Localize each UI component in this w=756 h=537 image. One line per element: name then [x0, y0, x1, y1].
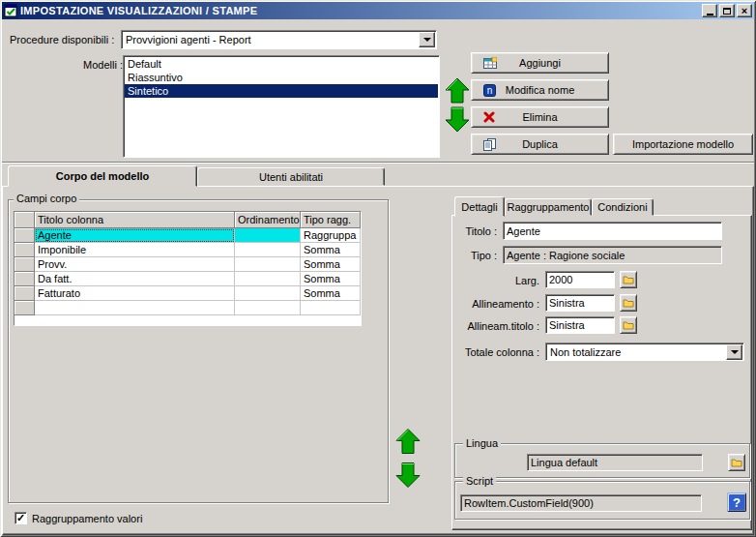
elimina-button[interactable]: Elimina: [471, 106, 609, 128]
tab-condizioni-label: Condizioni: [597, 201, 647, 213]
modelli-item-sintetico[interactable]: Sintetico: [125, 84, 438, 98]
dialog-window: IMPOSTAZIONE VISUALIZZAZIONI / STAMPE × …: [0, 0, 756, 537]
cell-ordinamento[interactable]: [235, 228, 301, 243]
aggiungi-button[interactable]: Aggiungi: [471, 52, 609, 74]
cell-tipo[interactable]: Somma: [301, 272, 361, 286]
close-button[interactable]: ×: [737, 4, 752, 17]
cell-ordinamento[interactable]: [235, 257, 301, 272]
row-selector[interactable]: [15, 228, 35, 243]
tab-raggruppamento-label: Raggruppamento: [507, 201, 589, 213]
duplica-button[interactable]: Duplica: [471, 134, 609, 155]
app-icon: [4, 4, 17, 17]
maximize-icon: [723, 8, 731, 15]
table-row: Fatturato Somma: [15, 286, 361, 301]
tipo-field: [503, 246, 722, 264]
field-move-down-button[interactable]: [395, 462, 421, 489]
raggruppamento-valori-checkbox[interactable]: ✓: [15, 512, 27, 524]
tab-utenti-abilitati[interactable]: Utenti abilitati: [197, 167, 385, 186]
lingua-group-label: Lingua: [463, 437, 501, 449]
table-row: Imponibile Somma: [15, 243, 361, 257]
cell-tipo[interactable]: [301, 301, 361, 315]
cell-tipo[interactable]: Somma: [301, 257, 361, 272]
header-ordinamento[interactable]: Ordinamento: [235, 212, 301, 228]
tab-corpo-label: Corpo del modello: [56, 170, 150, 182]
script-field[interactable]: [460, 494, 702, 512]
table-row: Provv. Somma: [15, 257, 361, 272]
duplica-label: Duplica: [522, 138, 558, 150]
maximize-button[interactable]: [719, 4, 735, 17]
procedure-combobox[interactable]: Provvigioni agenti - Report: [121, 30, 437, 49]
row-selector[interactable]: [15, 257, 35, 272]
larg-input[interactable]: [545, 271, 615, 288]
header-tipo-ragg[interactable]: Tipo ragg.: [301, 212, 361, 228]
allineam-titolo-input[interactable]: [545, 316, 615, 334]
minimize-button[interactable]: [702, 4, 717, 17]
modifica-nome-button[interactable]: n Modifica nome: [471, 79, 609, 101]
modelli-item-riassuntivo[interactable]: Riassuntivo: [125, 71, 438, 84]
tipo-label: Tipo :: [452, 250, 497, 261]
tab-condizioni[interactable]: Condizioni: [592, 198, 654, 216]
modelli-listbox[interactable]: Default Riassuntivo Sintetico: [123, 55, 440, 158]
allineam-titolo-label: Allineam.titolo :: [452, 320, 539, 332]
totale-colonna-label: Totale colonna :: [452, 346, 539, 358]
lingua-field[interactable]: [527, 454, 703, 471]
table-row: Agente Raggruppa: [15, 228, 361, 243]
procedure-value: Provvigioni agenti - Report: [122, 34, 419, 45]
script-group-label: Script: [463, 475, 496, 487]
cell-titolo[interactable]: Da fatt.: [35, 272, 235, 286]
allineamento-input[interactable]: [545, 294, 615, 312]
script-help-button[interactable]: ?: [727, 492, 746, 512]
tab-corpo-del-modello[interactable]: Corpo del modello: [8, 165, 197, 187]
procedure-dropdown-button[interactable]: [419, 32, 435, 47]
header-titolo-colonna[interactable]: Titolo colonna: [35, 212, 235, 228]
field-move-up-button[interactable]: [395, 428, 421, 455]
campi-table: Titolo colonna Ordinamento Tipo ragg. Ag…: [14, 211, 362, 326]
window-title: IMPOSTAZIONE VISUALIZZAZIONI / STAMPE: [20, 5, 700, 16]
cell-ordinamento[interactable]: [235, 243, 301, 257]
chevron-down-icon: [423, 38, 431, 42]
row-selector[interactable]: [15, 286, 35, 301]
modelli-item-default[interactable]: Default: [125, 57, 438, 71]
move-down-button[interactable]: [445, 106, 470, 133]
cell-tipo[interactable]: Somma: [301, 286, 361, 301]
totale-dropdown-button[interactable]: [726, 344, 742, 360]
cell-titolo[interactable]: Fatturato: [35, 286, 235, 301]
totale-colonna-combobox[interactable]: Non totalizzare: [545, 343, 744, 361]
tab-dettagli[interactable]: Dettagli: [454, 196, 505, 217]
tab-raggruppamento[interactable]: Raggruppamento: [505, 198, 592, 216]
add-model-icon: [483, 57, 497, 70]
section-divider: [2, 162, 754, 164]
folder-icon: [731, 458, 742, 467]
allineamento-lookup-button[interactable]: [620, 294, 637, 312]
row-selector[interactable]: [15, 243, 35, 257]
row-selector[interactable]: [15, 272, 35, 286]
table-row: Da fatt. Somma: [15, 272, 361, 286]
importazione-modello-button[interactable]: Importazione modello: [613, 134, 753, 155]
cell-titolo[interactable]: Imponibile: [35, 243, 235, 257]
titlebar[interactable]: IMPOSTAZIONE VISUALIZZAZIONI / STAMPE ×: [2, 2, 754, 19]
move-up-button[interactable]: [445, 77, 470, 104]
cell-tipo[interactable]: Raggruppa: [301, 228, 361, 243]
lingua-lookup-button[interactable]: [728, 454, 745, 471]
minimize-icon: [707, 14, 713, 15]
allineam-titolo-lookup-button[interactable]: [620, 316, 637, 334]
cell-titolo[interactable]: [35, 301, 235, 315]
cell-ordinamento[interactable]: [235, 301, 301, 315]
larg-lookup-button[interactable]: [620, 271, 637, 288]
modelli-label: Modelli :: [83, 59, 123, 71]
cell-titolo[interactable]: Provv.: [35, 257, 235, 272]
campi-corpo-label: Campi corpo: [14, 193, 79, 204]
titolo-label: Titolo :: [452, 225, 497, 237]
titolo-input[interactable]: [503, 222, 722, 240]
modifica-nome-label: Modifica nome: [506, 84, 575, 96]
cell-tipo[interactable]: Somma: [301, 243, 361, 257]
cell-ordinamento[interactable]: [235, 286, 301, 301]
table-row-empty: [15, 301, 361, 315]
folder-icon: [623, 298, 634, 308]
cell-titolo[interactable]: Agente: [35, 228, 235, 243]
delete-x-icon: [483, 111, 495, 123]
totale-colonna-value: Non totalizzare: [546, 346, 726, 358]
row-selector[interactable]: [15, 301, 35, 315]
svg-text:n: n: [487, 85, 493, 96]
cell-ordinamento[interactable]: [235, 272, 301, 286]
